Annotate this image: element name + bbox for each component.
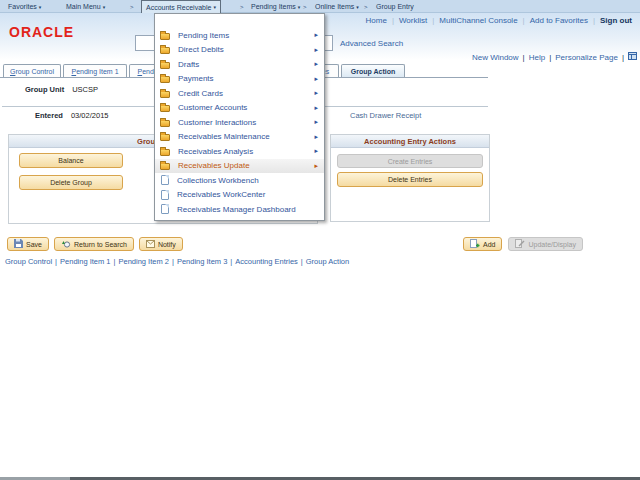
breadcrumb-pending-items[interactable]: Pending Items▾ (251, 0, 300, 13)
menu-item-label: Customer Accounts (178, 103, 247, 112)
tab-pending-item-1[interactable]: Pending Item 1 (63, 64, 127, 77)
menu-item-payments[interactable]: Payments▸ (155, 72, 324, 87)
separator: | (432, 16, 434, 25)
breadcrumb-label: Main Menu (66, 3, 101, 10)
submenu-arrow-icon: ▸ (314, 31, 318, 39)
menu-item-receivables-analysis[interactable]: Receivables Analysis▸ (155, 144, 324, 159)
menu-item-direct-debits[interactable]: Direct Debits▸ (155, 43, 324, 58)
footer-link-accounting-entries[interactable]: Accounting Entries (235, 257, 298, 266)
submenu-arrow-icon: ▸ (314, 118, 318, 126)
personalize-layout-icon[interactable] (628, 52, 637, 62)
peoplesoft-group-entry-screen: Favorites▾ Main Menu▾ > Accounts Receiva… (0, 0, 640, 480)
separator: | (392, 16, 394, 25)
menu-item-pending-items[interactable]: Pending Items▸ (155, 28, 324, 43)
page-utility-links: New Window | Help | Personalize Page | (472, 52, 637, 62)
multichannel-console-link[interactable]: MultiChannel Console (439, 16, 517, 25)
entered-value: 03/02/2015 (71, 111, 109, 120)
worklist-link[interactable]: Worklist (399, 16, 427, 25)
update-display-button: Update/Display (508, 237, 582, 251)
breadcrumb-accounts-receivable[interactable]: Accounts Receivable▾ (141, 0, 221, 13)
menu-item-receivables-update[interactable]: Receivables Update▸ (155, 159, 324, 174)
submenu-arrow-icon: ▸ (314, 46, 318, 54)
menu-item-label: Drafts (178, 60, 199, 69)
submenu-arrow-icon: ▸ (314, 60, 318, 68)
add-to-favorites-link[interactable]: Add to Favorites (530, 16, 588, 25)
breadcrumb-separator: > (303, 0, 307, 13)
update-display-label: Update/Display (528, 241, 575, 248)
tab-group-action[interactable]: Group Action (341, 64, 405, 77)
tab-label: Pending Item 1 (71, 68, 118, 75)
new-window-link[interactable]: New Window (472, 53, 519, 62)
separator: | (230, 257, 232, 266)
submenu-arrow-icon: ▸ (314, 133, 318, 141)
return-to-search-label: Return to Search (74, 241, 127, 248)
delete-group-button[interactable]: Delete Group (19, 175, 123, 190)
return-to-search-button[interactable]: Return to Search (54, 237, 134, 251)
footer-link-pending-item-1[interactable]: Pending Item 1 (60, 257, 110, 266)
menu-item-drafts[interactable]: Drafts▸ (155, 57, 324, 72)
menu-item-receivables-workcenter[interactable]: Receivables WorkCenter (155, 188, 324, 203)
separator: | (549, 53, 551, 62)
add-button[interactable]: Add (463, 237, 502, 251)
cash-drawer-receipt-link[interactable]: Cash Drawer Receipt (350, 111, 421, 120)
menu-item-customer-accounts[interactable]: Customer Accounts▸ (155, 101, 324, 116)
submenu-arrow-icon: ▸ (314, 104, 318, 112)
delete-entries-button[interactable]: Delete Entries (337, 172, 483, 187)
breadcrumb-label: Accounts Receivable (146, 4, 211, 11)
page-icon (161, 204, 169, 214)
entered-label: Entered (35, 111, 63, 120)
help-link[interactable]: Help (529, 53, 545, 62)
folder-icon (160, 91, 170, 98)
save-button[interactable]: Save (7, 237, 49, 251)
menu-item-credit-cards[interactable]: Credit Cards▸ (155, 86, 324, 101)
folder-icon (160, 62, 170, 69)
create-entries-button: Create Entries (337, 154, 483, 168)
footer-link-group-control[interactable]: Group Control (5, 257, 52, 266)
footer-link-group-action[interactable]: Group Action (306, 257, 349, 266)
accounts-receivable-dropdown-menu: Pending Items▸ Direct Debits▸ Drafts▸ Pa… (154, 13, 325, 221)
notify-label: Notify (158, 241, 176, 248)
add-label: Add (483, 241, 495, 248)
menu-item-label: Receivables Maintenance (178, 132, 270, 141)
separator: | (114, 257, 116, 266)
breadcrumb-favorites[interactable]: Favorites▾ (8, 0, 41, 13)
submenu-arrow-icon: ▸ (314, 162, 318, 170)
breadcrumb-group-entry: Group Entry (376, 0, 414, 13)
breadcrumb-label: Favorites (8, 3, 37, 10)
menu-item-label: Credit Cards (178, 89, 223, 98)
folder-icon (160, 149, 170, 156)
advanced-search-link[interactable]: Advanced Search (340, 39, 403, 48)
folder-icon (160, 134, 170, 141)
menu-item-label: Pending Items (178, 31, 229, 40)
personalize-page-link[interactable]: Personalize Page (555, 53, 618, 62)
breadcrumb-main-menu[interactable]: Main Menu▾ (66, 0, 105, 13)
menu-item-label: Receivables WorkCenter (177, 190, 265, 199)
footer-link-pending-item-3[interactable]: Pending Item 3 (177, 257, 227, 266)
sign-out-link[interactable]: Sign out (600, 16, 632, 25)
notify-button[interactable]: Notify (139, 237, 183, 251)
return-to-search-icon (61, 239, 71, 249)
menu-item-label: Receivables Analysis (178, 147, 253, 156)
breadcrumb-label: Pending Items (251, 3, 296, 10)
footer-link-pending-item-2[interactable]: Pending Item 2 (118, 257, 168, 266)
breadcrumb: Favorites▾ Main Menu▾ > Accounts Receiva… (0, 0, 640, 13)
balance-button[interactable]: Balance (19, 153, 123, 168)
breadcrumb-separator: > (364, 0, 368, 13)
separator: | (55, 257, 57, 266)
breadcrumb-online-items[interactable]: Online Items▾ (315, 0, 359, 13)
folder-icon (160, 47, 170, 54)
menu-item-collections-workbench[interactable]: Collections Workbench (155, 173, 324, 188)
menu-item-label: Receivables Manager Dashboard (177, 205, 296, 214)
notify-icon (146, 240, 155, 249)
tab-group-control[interactable]: Group Control (3, 64, 61, 77)
menu-item-label: Payments (178, 74, 214, 83)
breadcrumb-label: Online Items (315, 3, 354, 10)
menu-item-receivables-manager-dashboard[interactable]: Receivables Manager Dashboard (155, 202, 324, 217)
submenu-arrow-icon: ▸ (314, 89, 318, 97)
breadcrumb-separator: > (240, 0, 244, 13)
home-link[interactable]: Home (366, 16, 387, 25)
menu-item-receivables-maintenance[interactable]: Receivables Maintenance▸ (155, 130, 324, 145)
menu-item-customer-interactions[interactable]: Customer Interactions▸ (155, 115, 324, 130)
submenu-arrow-icon: ▸ (314, 75, 318, 83)
footer-page-links: Group Control | Pending Item 1 | Pending… (5, 257, 349, 266)
